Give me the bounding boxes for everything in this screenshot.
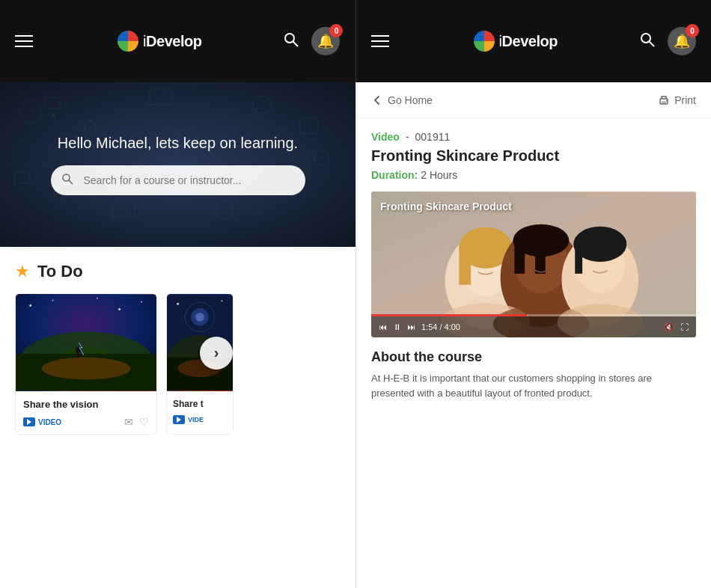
video-player[interactable]: Fronting Skincare Product ⏮ ⏸ ⏭ 1:54 / 4…	[371, 192, 696, 337]
hamburger-line-1r	[371, 35, 389, 37]
svg-point-25	[141, 301, 142, 303]
svg-rect-50	[514, 240, 525, 273]
about-title: About the course	[371, 349, 696, 365]
notification-badge-left: 0	[329, 24, 343, 37]
video-play-button[interactable]: ⏸	[393, 322, 401, 331]
search-input[interactable]	[51, 165, 305, 195]
card-actions-1: ✉ ♡	[124, 416, 149, 428]
video-skip-forward-button[interactable]: ⏭	[407, 322, 415, 331]
hero-search-icon	[61, 173, 73, 188]
card-footer-2: VIDE	[173, 415, 227, 424]
hamburger-line-2r	[371, 40, 389, 42]
logo-right: iDevelop	[471, 28, 558, 55]
card-body-2: Share t VIDE	[167, 391, 233, 430]
right-panel: Go Home Print Video - 001911 Fronting Sk…	[356, 82, 711, 588]
svg-point-2	[641, 34, 650, 43]
video-skip-back-button[interactable]: ⏮	[379, 322, 387, 331]
hamburger-line-1	[15, 35, 33, 37]
video-controls-right: 🔇 ⛶	[664, 322, 689, 332]
cards-row: Share the vision VIDEO ✉ ♡	[15, 293, 341, 435]
svg-line-1	[293, 41, 299, 46]
search-icon-left[interactable]	[283, 31, 299, 52]
svg-rect-9	[299, 120, 318, 133]
course-card-2[interactable]: › Share t VIDE	[166, 293, 234, 435]
next-arrow-button[interactable]: ›	[200, 337, 233, 370]
hamburger-line-3r	[371, 46, 389, 47]
heart-icon-1[interactable]: ♡	[139, 416, 149, 428]
svg-rect-40	[662, 101, 666, 103]
notification-wrapper-left: 🔔 0	[311, 27, 340, 55]
star-icon: ★	[15, 262, 30, 281]
left-nav-right: 🔔 0	[283, 27, 340, 55]
video-title-overlay: Fronting Skincare Product	[380, 200, 512, 212]
top-nav-container: iDevelop 🔔 0	[0, 0, 711, 82]
hamburger-menu-button-right[interactable]	[371, 35, 389, 47]
hero-greeting: Hello Michael, lets keep on learning.	[35, 135, 320, 152]
card-title-2: Share t	[173, 399, 227, 409]
svg-point-41	[666, 100, 668, 102]
hero-banner: Hello Michael, lets keep on learning.	[0, 82, 356, 247]
card-thumb-1	[16, 294, 156, 391]
card-title-1: Share the vision	[23, 399, 149, 410]
svg-point-26	[97, 298, 98, 299]
search-icon-right[interactable]	[639, 31, 656, 52]
svg-point-15	[63, 174, 70, 181]
svg-rect-5	[45, 97, 60, 108]
logo-left: iDevelop	[115, 28, 201, 55]
course-card-1[interactable]: Share the vision VIDEO ✉ ♡	[15, 293, 157, 435]
svg-point-36	[177, 303, 179, 305]
todo-title: To Do	[37, 262, 83, 281]
video-fullscreen-button[interactable]: ⛶	[680, 322, 689, 332]
hamburger-line-2	[15, 40, 33, 42]
svg-point-33	[195, 313, 204, 322]
right-nav-panel: iDevelop 🔔 0	[356, 0, 712, 82]
right-nav-right: 🔔 0	[639, 27, 696, 55]
printer-icon	[658, 94, 670, 106]
go-home-button[interactable]: Go Home	[371, 94, 433, 106]
svg-rect-7	[150, 90, 172, 105]
card-type-2: VIDE	[173, 415, 204, 424]
left-panel: Hello Michael, lets keep on learning. ★ …	[0, 82, 356, 588]
video-volume-button[interactable]: 🔇	[664, 322, 674, 332]
svg-line-3	[649, 41, 654, 46]
detail-type-id: 001911	[415, 131, 451, 143]
logo-icon	[115, 28, 141, 55]
svg-point-37	[221, 300, 222, 301]
duration-label: Duration:	[371, 169, 418, 181]
svg-point-23	[52, 300, 53, 301]
todo-section: ★ To Do	[0, 247, 356, 588]
svg-point-10	[314, 150, 329, 165]
detail-nav: Go Home Print	[356, 82, 711, 119]
svg-rect-11	[15, 172, 30, 183]
svg-point-27	[42, 358, 131, 380]
detail-duration-row: Duration: 2 Hours	[371, 169, 696, 181]
logo-icon-right	[471, 28, 498, 55]
todo-header: ★ To Do	[15, 262, 341, 281]
left-nav-left	[15, 35, 33, 47]
svg-point-6	[84, 121, 96, 133]
notification-badge-right: 0	[686, 24, 699, 37]
detail-content: Video - 001911 Fronting Skincare Product…	[356, 119, 711, 588]
print-button[interactable]: Print	[658, 94, 696, 106]
svg-rect-55	[575, 244, 582, 273]
video-icon-1	[23, 417, 35, 426]
video-icon-2	[173, 415, 185, 424]
card-body-1: Share the vision VIDEO ✉ ♡	[16, 391, 156, 434]
card-art-1	[16, 294, 156, 391]
back-arrow-icon	[371, 94, 383, 106]
card-type-1: VIDEO	[23, 417, 61, 426]
card-footer-1: VIDEO ✉ ♡	[23, 416, 149, 428]
main-content: Hello Michael, lets keep on learning. ★ …	[0, 82, 711, 588]
svg-point-4	[19, 101, 41, 123]
logo-text-right: iDevelop	[499, 33, 558, 50]
svg-line-16	[69, 180, 73, 184]
svg-point-22	[29, 304, 31, 307]
hamburger-menu-button[interactable]	[15, 35, 33, 47]
detail-type-separator: -	[406, 131, 409, 143]
logo-text-left: iDevelop	[143, 33, 201, 50]
email-icon-1[interactable]: ✉	[124, 416, 133, 428]
hero-search-bar	[51, 165, 305, 195]
duration-value: 2 Hours	[421, 169, 457, 181]
hamburger-line-3	[15, 46, 33, 47]
left-nav-panel: iDevelop 🔔 0	[0, 0, 356, 82]
